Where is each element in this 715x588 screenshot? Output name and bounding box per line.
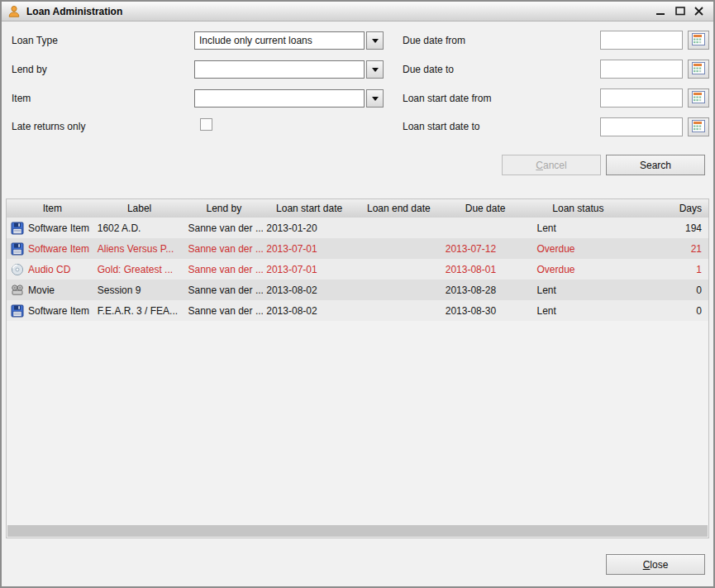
due-date-to-input[interactable]: [600, 60, 683, 79]
horizontal-scrollbar[interactable]: [7, 525, 708, 538]
column-header-item[interactable]: Item: [7, 199, 94, 218]
loan-type-combobox-value[interactable]: Include only current loans: [194, 31, 365, 50]
loans-table: ItemLabelLend byLoan start dateLoan end …: [6, 198, 709, 538]
item-combobox-value[interactable]: [194, 89, 365, 108]
horizontal-scrollbar-thumb[interactable]: [7, 525, 708, 537]
cell-label: Aliens Versus P...: [94, 238, 185, 259]
late-returns-only-checkbox[interactable]: [200, 118, 212, 131]
cell-days: 21: [619, 238, 708, 259]
floppy-disk-icon: [11, 304, 24, 318]
table-body: Software Item 1602 A.D. Sanne van der ..…: [7, 218, 708, 321]
column-header-loan-status[interactable]: Loan status: [528, 199, 619, 218]
chevron-down-icon: [372, 68, 379, 72]
lend-by-combobox-value[interactable]: [194, 60, 365, 79]
cell-item: Movie: [7, 280, 94, 300]
window-controls: [655, 5, 713, 17]
table-header-row: ItemLabelLend byLoan start dateLoan end …: [7, 199, 708, 218]
cell-loan-status: Lent: [529, 280, 620, 300]
movie-camera-icon: [11, 284, 24, 297]
close-button[interactable]: Close: [606, 554, 705, 575]
lend-by-label: Lend by: [12, 64, 47, 76]
cell-loan-status: Lent: [529, 218, 620, 238]
cell-due-date: 2013-08-28: [442, 280, 529, 300]
cell-lend-by: Sanne van der ...: [184, 218, 263, 238]
cell-due-date: 2013-07-12: [442, 238, 529, 259]
cell-loan-start-date: 2013-01-20: [263, 218, 355, 238]
loan-start-date-from-picker-button[interactable]: [688, 88, 709, 108]
loan-start-date-from-input[interactable]: [600, 88, 683, 108]
cell-lend-by: Sanne van der ...: [184, 280, 263, 300]
cell-days: 1: [619, 259, 708, 280]
cell-loan-start-date: 2013-08-02: [263, 300, 355, 321]
cell-days: 0: [619, 280, 708, 300]
column-header-lend-by[interactable]: Lend by: [184, 199, 263, 218]
cell-item: Software Item: [7, 300, 94, 321]
calendar-icon: [692, 33, 705, 48]
item-dropdown-button[interactable]: [366, 89, 384, 108]
cell-loan-start-date: 2013-07-01: [263, 238, 355, 259]
floppy-disk-icon: [11, 222, 24, 235]
cell-days: 194: [619, 218, 708, 238]
cell-item: Audio CD: [7, 259, 94, 280]
cancel-button[interactable]: Cancel: [502, 155, 601, 175]
loan-start-date-to-input[interactable]: [600, 117, 683, 136]
column-header-loan-start-date[interactable]: Loan start date: [263, 199, 355, 218]
title-bar[interactable]: Loan Administration: [2, 2, 713, 22]
item-combobox: [194, 89, 384, 108]
cell-loan-status: Lent: [529, 300, 620, 321]
table-row[interactable]: Movie Session 9 Sanne van der ... 2013-0…: [7, 280, 708, 300]
loan-start-date-to-picker-button[interactable]: [688, 117, 709, 136]
cell-loan-end-date: [355, 280, 442, 300]
cell-loan-status: Overdue: [529, 238, 620, 259]
cell-loan-start-date: 2013-08-02: [263, 280, 355, 300]
cell-loan-end-date: [355, 218, 442, 238]
user-icon: [7, 5, 21, 18]
cell-item: Software Item: [7, 238, 94, 259]
cell-loan-end-date: [355, 259, 442, 280]
cell-label: Gold: Greatest ...: [94, 259, 185, 280]
column-header-label[interactable]: Label: [94, 199, 185, 218]
due-date-to-label: Due date to: [403, 64, 454, 76]
close-button-label: Close: [643, 559, 669, 571]
loan-type-dropdown-button[interactable]: [366, 31, 384, 50]
column-header-days[interactable]: Days: [619, 199, 708, 218]
table-row[interactable]: Software Item F.E.A.R. 3 / FEA... Sanne …: [7, 300, 708, 321]
lend-by-combobox: [194, 60, 384, 79]
table-row[interactable]: Software Item 1602 A.D. Sanne van der ..…: [7, 218, 708, 238]
item-label: Item: [12, 93, 31, 105]
loan-start-date-from-label: Loan start date from: [403, 93, 491, 105]
due-date-from-input[interactable]: [600, 31, 683, 50]
table-row[interactable]: Software Item Aliens Versus P... Sanne v…: [7, 238, 708, 259]
maximize-icon[interactable]: [674, 5, 686, 17]
late-returns-only-label: Late returns only: [12, 121, 85, 133]
due-date-from-label: Due date from: [403, 35, 465, 47]
window-title: Loan Administration: [26, 6, 122, 17]
cell-days: 0: [619, 300, 708, 321]
cell-label: Session 9: [94, 280, 185, 300]
cell-due-date: [442, 218, 529, 238]
close-icon[interactable]: [693, 5, 705, 17]
column-header-loan-end-date[interactable]: Loan end date: [355, 199, 442, 218]
minimize-icon[interactable]: [655, 5, 667, 17]
cancel-button-label: Cancel: [536, 160, 566, 171]
loan-start-date-to-label: Loan start date to: [403, 121, 479, 133]
loan-administration-dialog: Loan Administration Loan Type Lend by It…: [0, 0, 715, 588]
cell-loan-end-date: [355, 238, 442, 259]
calendar-icon: [692, 120, 705, 135]
chevron-down-icon: [372, 97, 379, 101]
search-button-label: Search: [640, 160, 671, 171]
loan-type-combobox: Include only current loans: [194, 31, 384, 50]
lend-by-dropdown-button[interactable]: [366, 60, 384, 79]
cell-due-date: 2013-08-30: [442, 300, 529, 321]
cell-lend-by: Sanne van der ...: [184, 238, 263, 259]
cell-loan-status: Overdue: [529, 259, 620, 280]
search-button[interactable]: Search: [606, 155, 705, 175]
chevron-down-icon: [372, 39, 379, 43]
cell-item: Software Item: [7, 218, 94, 238]
due-date-to-picker-button[interactable]: [688, 60, 709, 79]
table-row[interactable]: Audio CD Gold: Greatest ... Sanne van de…: [7, 259, 708, 280]
column-header-due-date[interactable]: Due date: [442, 199, 529, 218]
due-date-from-picker-button[interactable]: [688, 31, 709, 50]
cd-icon: [11, 263, 24, 276]
cell-lend-by: Sanne van der ...: [184, 259, 263, 280]
